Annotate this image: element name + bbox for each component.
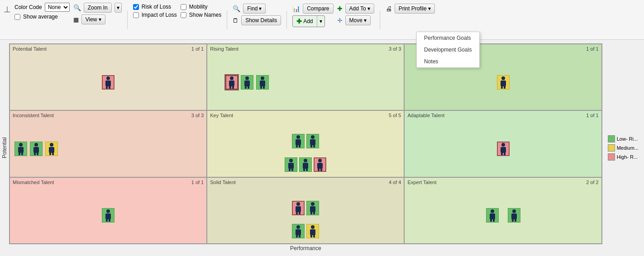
person-icon	[299, 157, 312, 172]
person-icon	[497, 142, 510, 156]
move-button[interactable]: Move ▾	[345, 15, 371, 25]
view-icon: ▦	[73, 16, 79, 23]
svg-rect-79	[493, 219, 495, 222]
svg-point-4	[230, 76, 234, 80]
talent-grid: Potential Talent 1 of 1 Rising Talent 3 …	[9, 43, 602, 244]
move-label: Move	[349, 17, 363, 24]
svg-rect-2	[106, 86, 108, 89]
add-button[interactable]: ✚ Add ▾	[292, 15, 324, 27]
svg-rect-63	[299, 212, 301, 214]
show-details-icon: 🗒	[233, 17, 239, 24]
svg-point-68	[296, 225, 300, 229]
person-icon	[241, 75, 253, 90]
show-average-checkbox[interactable]	[14, 14, 20, 20]
svg-rect-3	[109, 86, 110, 89]
svg-point-72	[311, 225, 315, 229]
svg-rect-59	[109, 219, 110, 222]
zoom-in-button[interactable]: Zoom In	[84, 3, 112, 13]
show-names-label: Show Names	[189, 12, 221, 18]
svg-rect-35	[299, 145, 301, 147]
person-icon	[256, 75, 269, 90]
svg-point-44	[304, 159, 307, 162]
cell-key-talent: Key Talent 5 of 5	[207, 110, 404, 177]
add-to-button[interactable]: Add To ▾	[345, 4, 374, 14]
cell-key-talent-count: 5 of 5	[389, 113, 401, 118]
add-main[interactable]: ✚ Add	[293, 16, 317, 27]
svg-rect-57	[105, 213, 111, 219]
find-button[interactable]: Find ▾	[243, 4, 266, 14]
person-icon	[292, 224, 305, 238]
cell-adaptable-talent: Adaptable Talent 1 of 1	[404, 110, 601, 177]
legend-item-low: Low- Ri...	[608, 135, 639, 142]
person-icon	[30, 142, 43, 156]
person-icon	[486, 208, 499, 223]
cell-inconsistent-talent-label: Inconsistent Talent	[13, 113, 54, 118]
risk-of-loss-checkbox[interactable]	[133, 4, 139, 10]
impact-of-loss-label: Impact of Loss	[142, 12, 177, 18]
svg-rect-61	[296, 206, 301, 212]
print-profile-button[interactable]: Print Profile ▾	[395, 4, 435, 14]
svg-point-64	[311, 202, 315, 206]
person-icon	[306, 134, 319, 148]
notes-item[interactable]: Notes	[417, 56, 479, 67]
svg-rect-14	[260, 86, 262, 89]
x-axis-label: Performance	[9, 244, 602, 252]
performance-goals-item[interactable]: Performance Goals	[417, 32, 479, 44]
svg-rect-78	[490, 219, 492, 222]
svg-point-32	[296, 135, 300, 139]
cell-key-talent-label: Key Talent	[210, 113, 233, 118]
legend-box-red	[608, 153, 615, 161]
svg-point-24	[34, 143, 38, 147]
cell-rising-talent: Rising Talent 3 of 3	[207, 44, 404, 110]
person-icon	[285, 157, 297, 172]
color-code-select[interactable]: None	[45, 3, 70, 12]
svg-rect-77	[490, 213, 495, 219]
svg-point-8	[245, 76, 249, 80]
cell-rising-talent-label: Rising Talent	[210, 46, 239, 52]
add-label: Add	[303, 18, 313, 24]
svg-rect-58	[106, 219, 108, 222]
svg-rect-7	[232, 86, 234, 89]
svg-point-60	[296, 202, 300, 206]
svg-point-76	[491, 209, 494, 213]
person-icon	[497, 75, 510, 90]
svg-rect-74	[310, 235, 312, 237]
show-details-button[interactable]: Show Details	[241, 15, 281, 25]
svg-rect-6	[229, 86, 231, 89]
svg-rect-50	[318, 169, 320, 171]
impact-of-loss-checkbox[interactable]	[133, 12, 139, 18]
show-names-checkbox[interactable]	[181, 12, 186, 18]
svg-rect-54	[501, 153, 503, 155]
filter-icon[interactable]: ⊥	[4, 5, 11, 14]
person-icon	[314, 157, 326, 172]
cell-potential-talent: Potential Talent 1 of 1	[10, 44, 207, 110]
svg-rect-31	[52, 153, 54, 155]
person-icon	[102, 208, 114, 223]
compare-button[interactable]: Compare	[303, 4, 333, 14]
svg-rect-55	[504, 153, 506, 155]
svg-rect-65	[310, 206, 315, 212]
legend-item-medium: Medium...	[608, 144, 639, 152]
add-dropdown-arrow[interactable]: ▾	[317, 16, 324, 26]
svg-rect-34	[296, 145, 298, 147]
mobility-checkbox[interactable]	[181, 4, 186, 10]
cell-expert-talent: Expert Talent 2 of 2	[404, 177, 601, 244]
svg-rect-29	[49, 147, 54, 153]
cell-expert-talent-label: Expert Talent	[407, 180, 436, 185]
show-details-label: Show Details	[245, 17, 277, 24]
view-button[interactable]: View ▾	[81, 14, 105, 24]
view-dropdown-arrow: ▾	[99, 16, 101, 23]
svg-point-36	[311, 135, 315, 139]
svg-rect-71	[299, 235, 301, 237]
legend-label-high: High- R...	[617, 154, 638, 160]
svg-rect-26	[34, 153, 36, 155]
development-goals-item[interactable]: Development Goals	[417, 44, 479, 56]
legend-box-green	[608, 135, 615, 142]
svg-rect-47	[306, 169, 308, 171]
svg-rect-53	[501, 147, 506, 153]
person-icon	[14, 142, 27, 156]
svg-point-52	[501, 143, 505, 147]
cell-mismatched-talent-label: Mismatched Talent	[13, 180, 54, 185]
zoom-dropdown-button[interactable]: ▾	[114, 3, 122, 13]
cell-potential-talent-count: 1 of 1	[191, 46, 204, 52]
